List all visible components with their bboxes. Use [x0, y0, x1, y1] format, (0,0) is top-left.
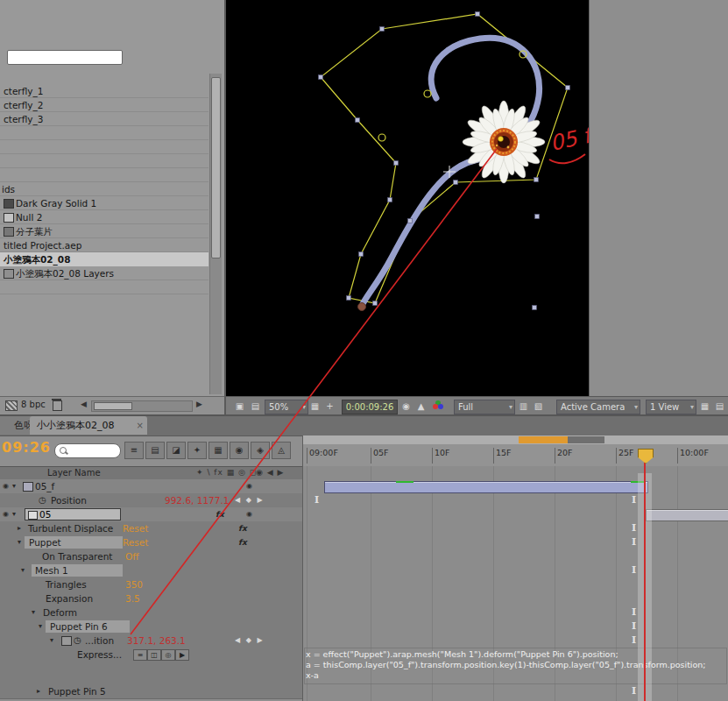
keyframe-icon[interactable]	[632, 495, 636, 505]
expression-menu-icon[interactable]: ▶	[175, 649, 189, 661]
project-item[interactable]: cterfly_3	[0, 112, 209, 126]
keyframe-icon[interactable]	[632, 621, 636, 631]
project-item[interactable]: Null 2	[0, 210, 209, 224]
project-filter-input[interactable]	[7, 50, 123, 65]
keyframe-icon[interactable]	[315, 495, 319, 505]
triangles-value[interactable]: 350	[125, 577, 143, 591]
property-row-pin-position[interactable]: ...ition 317.1, 263.1	[0, 634, 302, 648]
layer-row-05f[interactable]: 05_f	[0, 479, 302, 494]
property-row-position[interactable]: Position 992.6, 1177.1	[0, 493, 302, 508]
hscroll-right-arrow[interactable]: ▶	[196, 400, 202, 408]
current-time-indicator-line[interactable]	[644, 462, 646, 701]
viewer-timecode[interactable]: 0:00:09:26	[342, 400, 398, 414]
eye-icon[interactable]	[3, 479, 9, 493]
work-area-bar[interactable]	[302, 435, 728, 444]
magnification-icon[interactable]: ▤	[249, 400, 262, 413]
frame-blending-icon[interactable]: ▦	[209, 442, 228, 459]
region-of-interest-icon[interactable]: ▥	[517, 400, 530, 413]
twirl-icon[interactable]	[39, 620, 42, 634]
twirl-icon[interactable]	[12, 479, 16, 493]
shy-layers-icon[interactable]: ✦	[187, 442, 207, 459]
timeline-search-input[interactable]	[54, 443, 121, 458]
live-update-icon[interactable]: ▤	[145, 442, 165, 459]
layer-name-field[interactable]: 05	[25, 508, 121, 520]
keyframe-icon[interactable]	[632, 565, 636, 575]
project-item[interactable]: 分子葉片	[0, 224, 209, 238]
project-item[interactable]: ids	[0, 182, 209, 196]
grid-guides-icon[interactable]: ▦	[308, 400, 322, 413]
comp-mini-flowchart-icon[interactable]: ≡	[124, 442, 144, 459]
project-item[interactable]: Dark Gray Solid 1	[0, 196, 209, 210]
position-value[interactable]: 992.6, 1177.1	[165, 493, 229, 507]
project-item-selected[interactable]: 小塗鴉本02_08	[0, 252, 209, 266]
layer-bar-05[interactable]	[646, 509, 728, 521]
group-row-puppet-pin-5[interactable]: Puppet Pin 5	[0, 684, 302, 699]
twirl-icon[interactable]	[12, 507, 16, 521]
project-item[interactable]: 小塗鴉本02_08 Layers	[0, 266, 209, 280]
stopwatch-icon[interactable]	[74, 634, 81, 648]
fx-switch-icon[interactable]: fx	[238, 521, 247, 535]
keyframe-icon[interactable]	[632, 537, 636, 547]
keyframe-icon[interactable]	[632, 686, 636, 696]
expression-row[interactable]: Express... ≡ ◫ ◎ ▶	[0, 648, 302, 662]
effect-row-puppet[interactable]: Puppet Reset fx	[0, 535, 302, 550]
camera-dropdown[interactable]: Active Camera	[556, 400, 640, 414]
effect-row-turbulent-displace[interactable]: Turbulent Displace Reset fx	[0, 521, 302, 536]
brainstorm-icon[interactable]: ◈	[251, 442, 270, 459]
current-time-display[interactable]: 09:26	[2, 439, 51, 456]
keyframe-navigator[interactable]	[235, 493, 265, 507]
fx-switch-icon[interactable]: fx	[216, 507, 224, 521]
twirl-icon[interactable]	[18, 535, 21, 549]
expression-line[interactable]: x = effect("Puppet").arap.mesh("Mesh 1")…	[306, 649, 726, 659]
keyframe-icon[interactable]	[632, 523, 636, 533]
keyframe-icon[interactable]	[632, 607, 636, 617]
layer-name-column[interactable]: Layer Name	[47, 468, 101, 478]
stopwatch-icon[interactable]	[39, 493, 46, 507]
fast-preview-icon[interactable]: ▤	[713, 400, 726, 413]
close-icon[interactable]: ×	[137, 416, 144, 435]
off-toggle[interactable]: Off	[125, 549, 139, 563]
expression-equals-icon[interactable]: ≡	[133, 649, 147, 661]
expression-line[interactable]: a = thisComp.layer("05_f").transform.pos…	[306, 660, 726, 669]
pick-whip-icon[interactable]: ◎	[161, 649, 175, 661]
always-preview-icon[interactable]: ▣	[233, 400, 246, 413]
hscroll-left-arrow[interactable]: ◀	[81, 400, 87, 408]
color-depth-icon[interactable]	[5, 400, 18, 411]
show-channel-icon[interactable]	[433, 404, 438, 409]
timeline-tab-active[interactable]: 小小塗鴉本02_08 ×	[30, 416, 147, 435]
group-row-puppet-pin-6[interactable]: Puppet Pin 6	[0, 620, 302, 634]
eye-icon[interactable]	[3, 507, 9, 521]
motion-blur-icon[interactable]: ◉	[230, 442, 249, 459]
graph-editor-icon[interactable]: ◬	[272, 442, 291, 459]
project-item[interactable]: cterfly_1	[0, 84, 209, 98]
video-switch-icon[interactable]	[246, 507, 252, 521]
mask-visibility-icon[interactable]: +	[323, 400, 336, 413]
property-row-on-transparent[interactable]: On Transparent Off	[0, 549, 302, 564]
layer-bar-05f[interactable]	[324, 481, 648, 493]
bit-depth-label[interactable]: 8 bpc	[21, 400, 46, 409]
expansion-value[interactable]: 3.5	[125, 591, 140, 605]
transparency-grid-icon[interactable]: ▧	[532, 400, 545, 413]
snapshot-icon[interactable]: ◉	[399, 400, 413, 413]
expression-line[interactable]: x-a	[306, 670, 726, 680]
project-scrollbar-thumb[interactable]	[211, 77, 221, 258]
video-switch-icon[interactable]	[246, 479, 252, 493]
twirl-icon[interactable]	[50, 634, 53, 648]
layer-color-chip[interactable]	[23, 482, 33, 492]
view-layout-dropdown[interactable]: 1 View	[646, 400, 696, 414]
layer-row-05[interactable]: 05 fx	[0, 507, 302, 522]
twirl-icon[interactable]	[21, 563, 25, 577]
time-ruler[interactable]	[302, 444, 728, 467]
draft-3d-icon[interactable]: ◪	[166, 442, 186, 459]
fx-switch-icon[interactable]: fx	[238, 535, 247, 549]
keyframe-icon[interactable]	[632, 635, 636, 645]
property-row-expansion[interactable]: Expansion 3.5	[0, 591, 302, 606]
pixel-aspect-icon[interactable]: ▦	[698, 400, 711, 413]
zoom-dropdown[interactable]: 50%	[265, 400, 308, 414]
twirl-icon[interactable]	[18, 521, 21, 535]
pin-position-value[interactable]: 317.1, 263.1	[127, 634, 186, 648]
expression-graph-icon[interactable]: ◫	[147, 649, 161, 661]
composition-viewer[interactable]: 05 f	[226, 0, 589, 396]
resolution-dropdown[interactable]: Full	[454, 400, 515, 414]
property-row-triangles[interactable]: Triangles 350	[0, 577, 302, 592]
